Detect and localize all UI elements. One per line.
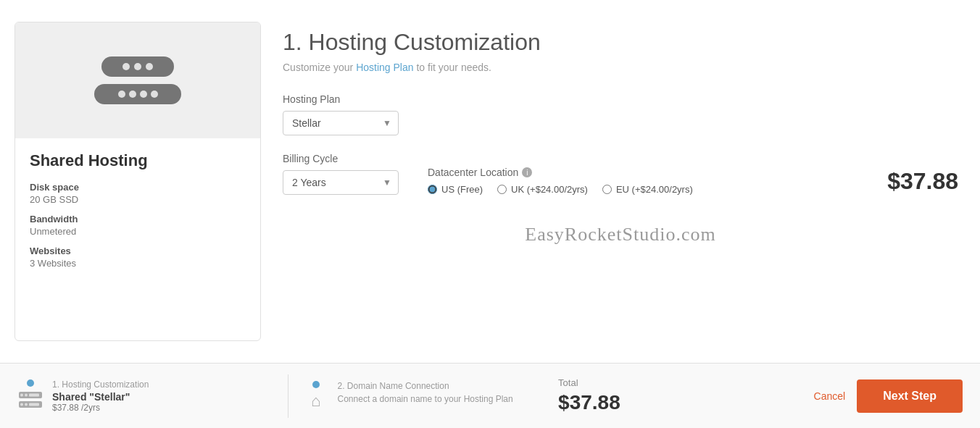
billing-cycle-label: Billing Cycle bbox=[283, 153, 399, 164]
bandwidth-value: Unmetered bbox=[30, 226, 246, 237]
cancel-button[interactable]: Cancel bbox=[814, 390, 846, 402]
bandwidth-label: Bandwidth bbox=[30, 214, 246, 225]
step-divider bbox=[288, 374, 288, 418]
disk-label: Disk space bbox=[30, 182, 246, 193]
svg-point-1 bbox=[20, 393, 23, 396]
svg-point-2 bbox=[25, 393, 28, 396]
billing-section: Billing Cycle 1 Year 2 Years 3 Years ▼ bbox=[283, 153, 399, 195]
card-image bbox=[15, 22, 260, 138]
datacenter-section: Datacenter Location i US (Free) UK (+$24… bbox=[428, 167, 693, 195]
hosting-plan-select-wrapper: Stellar Stellar Plus Stellar Business ▼ bbox=[283, 111, 399, 135]
websites-label: Websites bbox=[30, 246, 246, 256]
total-section: Total $37.88 bbox=[558, 377, 814, 414]
svg-point-5 bbox=[20, 403, 23, 406]
svg-rect-3 bbox=[29, 393, 39, 396]
step1-item: 1. Hosting Customization Shared "Stellar… bbox=[17, 379, 273, 413]
datacenter-uk-option[interactable]: UK (+$24.00/2yrs) bbox=[497, 184, 588, 195]
step2-icon-wrap: ⌂ bbox=[303, 381, 329, 411]
step1-icon bbox=[17, 390, 43, 410]
actions: Cancel Next Step bbox=[814, 379, 963, 413]
page-title: 1. Hosting Customization bbox=[283, 29, 958, 56]
datacenter-eu-label: EU (+$24.00/2yrs) bbox=[616, 184, 693, 195]
hosting-plan-link[interactable]: Hosting Plan bbox=[356, 62, 413, 73]
datacenter-uk-radio[interactable] bbox=[497, 185, 507, 194]
total-label: Total bbox=[558, 377, 578, 388]
page-subtitle: Customize your Hosting Plan to fit your … bbox=[283, 62, 958, 73]
step2-number: 2. Domain Name Connection bbox=[338, 381, 513, 391]
total-price: $37.88 bbox=[558, 391, 620, 414]
step1-detail: $37.88 /2yrs bbox=[52, 403, 149, 413]
next-step-button[interactable]: Next Step bbox=[857, 379, 963, 413]
step2-item: ⌂ 2. Domain Name Connection Connect a do… bbox=[303, 381, 559, 411]
step2-description: Connect a domain name to your Hosting Pl… bbox=[338, 394, 513, 404]
card-body: Shared Hosting Disk space 20 GB SSD Band… bbox=[15, 138, 260, 290]
step1-dot bbox=[27, 379, 34, 387]
disk-value: 20 GB SSD bbox=[30, 194, 246, 205]
datacenter-info-icon[interactable]: i bbox=[522, 167, 532, 177]
watermark: EasyRocketStudio.com bbox=[283, 224, 958, 246]
datacenter-us-radio[interactable] bbox=[428, 185, 437, 194]
billing-cycle-select-wrapper: 1 Year 2 Years 3 Years ▼ bbox=[283, 170, 399, 195]
billing-datacenter-row: Billing Cycle 1 Year 2 Years 3 Years ▼ D… bbox=[283, 153, 958, 195]
customization-panel: 1. Hosting Customization Customize your … bbox=[283, 22, 958, 341]
datacenter-radio-group: US (Free) UK (+$24.00/2yrs) EU (+$24.00/… bbox=[428, 184, 693, 195]
billing-cycle-select[interactable]: 1 Year 2 Years 3 Years bbox=[283, 170, 399, 195]
step1-info: 1. Hosting Customization Shared "Stellar… bbox=[52, 379, 149, 413]
home-icon: ⌂ bbox=[311, 392, 320, 411]
bottom-bar: 1. Hosting Customization Shared "Stellar… bbox=[0, 363, 980, 428]
server-step-icon bbox=[19, 392, 42, 408]
server-icon-bottom bbox=[94, 84, 181, 104]
server-icon-top bbox=[101, 56, 174, 77]
hosting-plan-label: Hosting Plan bbox=[283, 93, 958, 105]
datacenter-us-option[interactable]: US (Free) bbox=[428, 184, 483, 195]
step1-icon-wrap bbox=[17, 379, 43, 410]
websites-value: 3 Websites bbox=[30, 258, 246, 269]
svg-point-6 bbox=[25, 403, 28, 406]
price-display: $37.88 bbox=[887, 168, 958, 195]
step1-name: Shared "Stellar" bbox=[52, 391, 149, 403]
datacenter-us-label: US (Free) bbox=[441, 184, 483, 195]
hosting-plan-select[interactable]: Stellar Stellar Plus Stellar Business bbox=[283, 111, 399, 135]
hosting-card: Shared Hosting Disk space 20 GB SSD Band… bbox=[14, 22, 261, 341]
step2-info: 2. Domain Name Connection Connect a doma… bbox=[338, 381, 513, 404]
svg-rect-7 bbox=[29, 403, 39, 406]
step2-icon: ⌂ bbox=[303, 391, 329, 411]
card-title: Shared Hosting bbox=[30, 151, 246, 170]
step2-dot bbox=[312, 381, 320, 388]
step1-number: 1. Hosting Customization bbox=[52, 379, 149, 390]
datacenter-eu-option[interactable]: EU (+$24.00/2yrs) bbox=[602, 184, 693, 195]
datacenter-title: Datacenter Location i bbox=[428, 167, 693, 178]
datacenter-uk-label: UK (+$24.00/2yrs) bbox=[511, 184, 588, 195]
datacenter-eu-radio[interactable] bbox=[602, 185, 612, 194]
